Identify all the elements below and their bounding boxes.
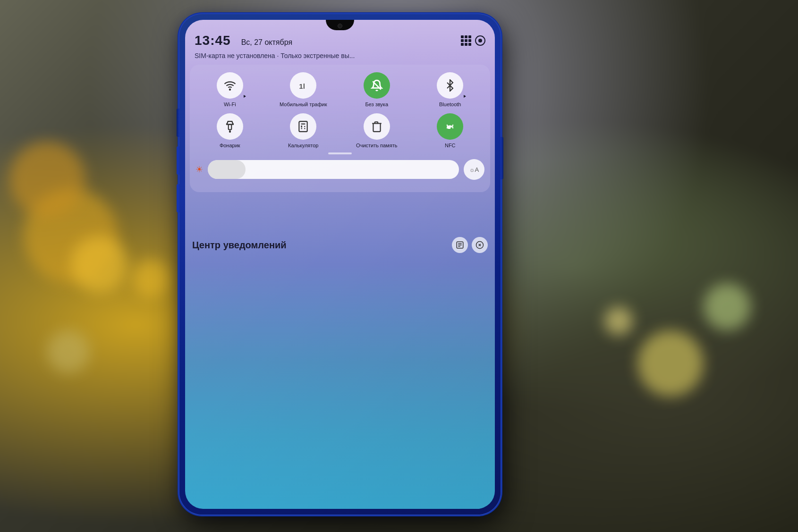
svg-rect-5 (299, 121, 307, 132)
qs-nfc-label: NFC (445, 143, 456, 149)
clock: 13:45 (195, 33, 231, 48)
wifi-arrow (244, 95, 246, 98)
qs-flashlight[interactable]: Фонарик (195, 113, 264, 149)
notification-header: Центр уведомлений (190, 237, 490, 253)
qs-bluetooth-label: Bluetooth (439, 101, 461, 108)
phone-screen: 13:45 Вс, 27 октября SIM-карта не устано… (185, 20, 495, 509)
qs-wifi-label: Wi-Fi (224, 101, 236, 108)
qs-flashlight-btn[interactable] (217, 113, 243, 140)
brightness-slider[interactable] (208, 160, 459, 179)
scroll-pill (328, 152, 352, 154)
svg-point-4 (229, 131, 230, 132)
qs-silent-btn[interactable] (364, 72, 390, 99)
quick-settings-row1: Wi-Fi 1l Мобильный трафик (195, 72, 484, 108)
notif-close-btn[interactable] (472, 237, 488, 253)
bluetooth-icon (444, 79, 456, 92)
status-bar: 13:45 Вс, 27 октября (185, 33, 495, 48)
wifi-icon (224, 79, 236, 92)
qs-clearmem-label: Очистить память (356, 143, 397, 149)
date: Вс, 27 октября (241, 38, 292, 47)
qs-nfc[interactable]: N NFC (416, 113, 485, 149)
nfc-icon: N (444, 120, 456, 133)
bokeh-7 (604, 307, 633, 335)
qs-clearmem-btn[interactable] (364, 113, 390, 140)
calculator-icon (297, 120, 309, 133)
qs-wifi[interactable]: Wi-Fi (195, 72, 264, 108)
qs-silent[interactable]: Без звука (342, 72, 411, 108)
notification-center: Центр уведомлений (190, 237, 490, 253)
brightness-fill (208, 160, 246, 179)
qs-silent-label: Без звука (365, 101, 388, 108)
close-notif-icon (475, 241, 484, 249)
qs-calculator-label: Калькулятор (288, 143, 318, 149)
svg-text:N: N (448, 126, 450, 129)
bokeh-4 (9, 142, 85, 217)
bokeh-6 (637, 330, 704, 397)
brightness-row[interactable]: ☀ ☼A (195, 159, 484, 180)
status-icons (461, 35, 485, 46)
qs-bluetooth[interactable]: Bluetooth (416, 72, 485, 108)
brightness-auto-btn[interactable]: ☼A (464, 159, 484, 180)
front-camera (338, 24, 342, 28)
mobile-icon: 1l (297, 79, 309, 92)
flashlight-icon (224, 120, 236, 133)
bluetooth-arrow (464, 95, 466, 98)
qs-mobile-label: Мобильный трафик (280, 101, 327, 108)
qs-flashlight-label: Фонарик (220, 143, 240, 149)
svg-point-0 (229, 89, 230, 90)
grid-icon (461, 35, 471, 46)
clearmem-icon (371, 120, 383, 133)
qs-bluetooth-btn[interactable] (437, 72, 463, 99)
brightness-sun-icon: ☀ (195, 164, 203, 175)
quick-settings-panel: Wi-Fi 1l Мобильный трафик (190, 65, 490, 192)
brightness-auto-label: ☼A (469, 166, 479, 173)
notification-title: Центр уведомлений (192, 240, 287, 251)
bokeh-8 (47, 330, 90, 373)
scroll-indicator (195, 152, 484, 154)
quick-settings-row2: Фонарик (195, 113, 484, 149)
qs-clearmem[interactable]: Очистить память (342, 113, 411, 149)
notif-manage-btn[interactable] (452, 237, 468, 253)
phone-wrapper: 13:45 Вс, 27 октября SIM-карта не устано… (179, 14, 501, 515)
record-icon (475, 35, 485, 46)
qs-mobile[interactable]: 1l Мобильный трафик (269, 72, 338, 108)
bokeh-2 (71, 236, 127, 293)
bokeh-3 (132, 260, 170, 297)
svg-text:1l: 1l (299, 82, 306, 90)
qs-wifi-btn[interactable] (217, 72, 243, 99)
qs-mobile-btn[interactable]: 1l (290, 72, 316, 99)
qs-calculator[interactable]: Калькулятор (269, 113, 338, 149)
bokeh-5 (704, 283, 751, 330)
qs-nfc-btn[interactable]: N (437, 113, 463, 140)
manage-notif-icon (456, 241, 464, 249)
notch (326, 20, 354, 30)
svg-rect-3 (229, 125, 232, 130)
silent-icon (371, 79, 383, 92)
qs-calculator-btn[interactable] (290, 113, 316, 140)
notification-actions (452, 237, 488, 253)
record-dot (478, 39, 482, 42)
phone-body: 13:45 Вс, 27 октября SIM-карта не устано… (179, 14, 501, 515)
sim-status: SIM-карта не установлена · Только экстре… (195, 52, 485, 59)
